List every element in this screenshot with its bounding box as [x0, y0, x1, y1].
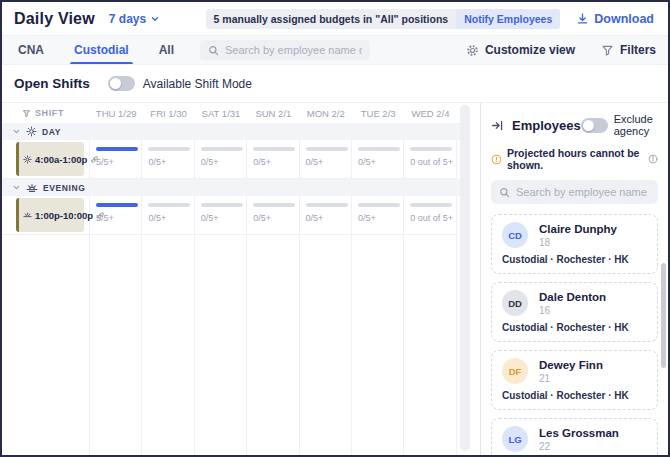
shift-capacity-cell[interactable]: 0/5+: [300, 140, 352, 179]
employee-name: Claire Dunphy: [539, 223, 617, 235]
download-button[interactable]: Download: [576, 12, 654, 26]
app-window: Daily View 7 days 5 manually assigned bu…: [0, 0, 670, 457]
employee-card[interactable]: DD Dale Denton 16 Custodial · Rochester …: [491, 282, 658, 342]
employee-name: Les Grossman: [539, 427, 619, 439]
sunset-icon: [26, 182, 38, 194]
grid-scrollbar[interactable]: [460, 105, 470, 451]
main-area: SHIFT THU 1/29 FRI 1/30 SAT 1/31 SUN 2/1…: [2, 102, 668, 455]
employee-count: 16: [539, 305, 606, 316]
chevron-down-icon: [150, 14, 160, 24]
search-icon: [208, 45, 219, 56]
group-row-evening[interactable]: EVENING: [2, 179, 470, 196]
capacity-bar: [201, 203, 243, 207]
filters-label: Filters: [620, 43, 656, 57]
shift-header-label: SHIFT: [35, 108, 64, 118]
employee-card[interactable]: DF Dewey Finn 21 Custodial · Rochester ·…: [491, 350, 658, 410]
shift-capacity-cell[interactable]: 0/5+: [195, 140, 247, 179]
tab-custodial[interactable]: Custodial: [70, 36, 133, 64]
panel-employee-search[interactable]: [491, 180, 658, 204]
group-row-day[interactable]: DAY: [2, 123, 470, 140]
capacity-bar: [96, 203, 138, 207]
shift-capacity-cell[interactable]: 5/5+: [90, 140, 142, 179]
employee-search[interactable]: [200, 40, 370, 60]
capacity-bar: [201, 147, 243, 151]
employee-meta: Custodial · Rochester · HK: [502, 322, 647, 333]
avatar: LG: [502, 426, 528, 452]
download-icon: [576, 12, 589, 25]
shift-column-header[interactable]: SHIFT: [2, 108, 90, 118]
capacity-bar: [358, 203, 400, 207]
collapse-panel-icon[interactable]: [491, 119, 504, 132]
panel-search-input[interactable]: [516, 186, 650, 198]
shift-capacity-cell[interactable]: 0/5+: [247, 196, 299, 235]
position-tabs-bar: CNA Custodial All Customize view Filters: [2, 35, 668, 65]
customize-view-button[interactable]: Customize view: [466, 43, 575, 57]
employee-count: 21: [539, 373, 603, 384]
day-header: SUN 2/1: [247, 108, 299, 119]
panel-scrollbar[interactable]: [661, 263, 666, 368]
day-header: SAT 1/31: [195, 108, 247, 119]
employee-list: CD Claire Dunphy 18 Custodial · Rocheste…: [491, 214, 658, 455]
shift-time-label: 4:00a-1:00p: [35, 154, 87, 165]
avatar: DD: [502, 290, 528, 316]
customize-view-label: Customize view: [485, 43, 575, 57]
employees-panel-header: Employees Exclude agency: [491, 113, 658, 137]
shift-capacity-cell[interactable]: 0/5+: [247, 140, 299, 179]
top-bar: Daily View 7 days 5 manually assigned bu…: [2, 2, 668, 35]
shift-capacity-cell[interactable]: 0/5+: [352, 196, 404, 235]
day-header: WED 2/4: [404, 108, 456, 119]
capacity-bar: [96, 147, 138, 151]
shift-row-day: 4:00a-1:00p 5/5+ 0/5+ 0/5+ 0/5+ 0/5+ 0/5…: [2, 140, 480, 179]
warning-icon: [491, 154, 502, 165]
open-shifts-title: Open Shifts: [14, 76, 90, 91]
capacity-bar: [306, 203, 348, 207]
shift-capacity-cell[interactable]: 5/5+: [90, 196, 142, 235]
employees-panel-title: Employees: [512, 118, 581, 133]
shift-chip[interactable]: 1:00p-10:00p: [16, 198, 84, 232]
capacity-bar: [148, 203, 190, 207]
notify-employees-button[interactable]: Notify Employees: [456, 9, 560, 29]
shift-chip-cell: 1:00p-10:00p: [2, 196, 90, 235]
shift-capacity-cell[interactable]: 0 out of 5+: [404, 140, 456, 179]
available-shift-mode-toggle[interactable]: [108, 76, 135, 91]
open-shifts-bar: Open Shifts Available Shift Mode: [2, 65, 668, 102]
shift-capacity-cell[interactable]: 0/5+: [352, 140, 404, 179]
budget-banner-text: 5 manually assigned budgets in "All" pos…: [206, 9, 457, 29]
exclude-agency-toggle[interactable]: [581, 118, 608, 133]
sunset-icon: [23, 211, 32, 220]
exclude-agency-label: Exclude agency: [614, 113, 658, 137]
avatar: DF: [502, 358, 528, 384]
search-input[interactable]: [225, 44, 362, 56]
day-header: THU 1/29: [90, 108, 142, 119]
filter-icon: [601, 44, 614, 57]
tab-cna[interactable]: CNA: [14, 36, 48, 64]
shift-capacity-cell[interactable]: 0/5+: [300, 196, 352, 235]
shift-chip[interactable]: 4:00a-1:00p: [16, 142, 84, 176]
avatar: CD: [502, 222, 528, 248]
projected-hours-warning: Projected hours cannot be shown.: [491, 147, 658, 171]
shift-capacity-cell[interactable]: 0/5+: [142, 140, 194, 179]
shift-capacity-cell[interactable]: 0 out of 5+: [404, 196, 456, 235]
warning-text: Projected hours cannot be shown.: [507, 147, 643, 171]
shift-capacity-cell[interactable]: 0/5+: [142, 196, 194, 235]
day-header: MON 2/2: [300, 108, 352, 119]
date-range-dropdown[interactable]: 7 days: [109, 12, 160, 26]
download-label: Download: [594, 12, 654, 26]
tab-all[interactable]: All: [155, 36, 178, 64]
page-title: Daily View: [14, 10, 95, 28]
employee-card[interactable]: CD Claire Dunphy 18 Custodial · Rocheste…: [491, 214, 658, 274]
employee-meta: Custodial · Rochester · HK: [502, 254, 647, 265]
grid-header-row: SHIFT THU 1/29 FRI 1/30 SAT 1/31 SUN 2/1…: [2, 103, 480, 123]
sun-icon: [23, 155, 32, 164]
filters-button[interactable]: Filters: [601, 43, 656, 57]
shift-capacity-cell[interactable]: 0/5+: [195, 196, 247, 235]
employees-panel: Employees Exclude agency Projected hours…: [480, 103, 668, 455]
info-icon[interactable]: [648, 154, 658, 164]
employee-card[interactable]: LG Les Grossman 22 Custodial · Rochester…: [491, 418, 658, 455]
chevron-down-icon[interactable]: [12, 183, 21, 192]
capacity-bar: [410, 203, 452, 207]
chevron-down-icon[interactable]: [12, 127, 21, 136]
shift-row-evening: 1:00p-10:00p 5/5+ 0/5+ 0/5+ 0/5+ 0/5+ 0/…: [2, 196, 480, 235]
capacity-bar: [306, 147, 348, 151]
filter-icon: [22, 109, 31, 118]
